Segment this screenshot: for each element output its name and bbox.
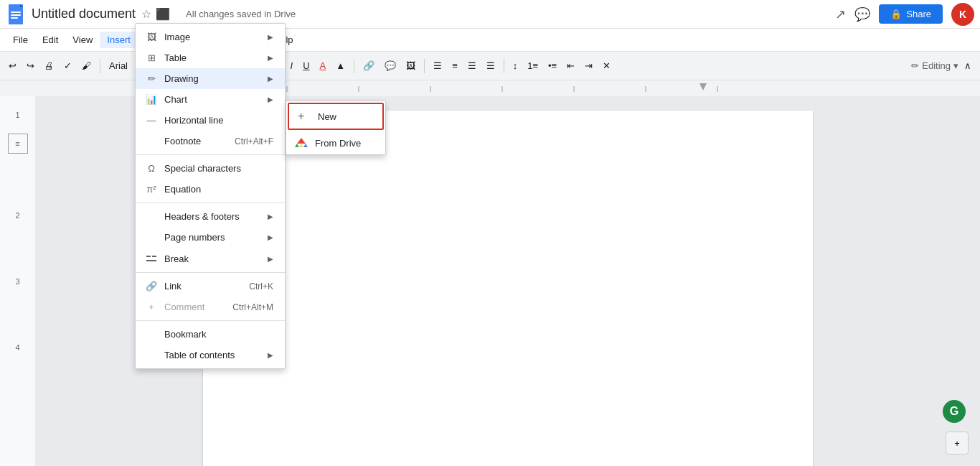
saved-status: All changes saved in Drive [186,9,296,19]
svg-rect-2 [11,14,21,16]
headers-footers-label: Headers & footers [164,211,265,222]
underline-button[interactable]: U [298,57,314,74]
header-right: ↗ 💬 🔒 Share K [835,3,974,26]
align-left-button[interactable]: ☰ [429,57,446,74]
menu-item-hline[interactable]: — Horizontal line [136,110,285,131]
menu-item-headers-footers[interactable]: Headers & footers ▶ [136,206,285,227]
left-panel: 1 ≡ 2 3 4 [0,96,36,466]
image-label: Image [164,32,265,42]
decrease-indent-button[interactable]: ⇤ [562,57,579,74]
comment-toolbar-button[interactable]: 💬 [380,57,400,74]
format-paint-button[interactable]: 🖌 [77,57,95,74]
table-label: Table [164,52,265,63]
align-center-button[interactable]: ≡ [448,57,462,74]
increase-indent-button[interactable]: ⇥ [580,57,597,74]
share-button[interactable]: 🔒 Share [879,4,943,24]
svg-marker-20 [303,144,308,147]
menu-section-1: 🖼 Image ▶ ⊞ Table ▶ ✏ Drawing ▶ 📊 Chart … [136,24,285,154]
chart-arrow: ▶ [268,95,273,103]
font-color-button[interactable]: A [316,57,331,74]
highlight-button[interactable]: ▲ [331,57,349,74]
menu-item-link[interactable]: 🔗 Link Ctrl+K [136,276,285,297]
menu-item-special-chars[interactable]: Ω Special characters [136,158,285,179]
svg-rect-3 [11,17,18,19]
menu-item-image[interactable]: 🖼 Image ▶ [136,27,285,47]
bookmark-label: Bookmark [164,329,273,340]
justify-button[interactable]: ☰ [482,57,499,74]
trending-icon[interactable]: ↗ [835,6,846,22]
menu-item-page-numbers[interactable]: Page numbers ▶ [136,227,285,248]
redo-button[interactable]: ↪ [22,57,39,74]
drawing-submenu: + New From Drive [286,101,386,155]
menu-file[interactable]: File [6,32,35,48]
drawing-arrow: ▶ [268,75,273,83]
svg-marker-19 [295,144,299,147]
user-avatar[interactable]: K [951,3,974,26]
svg-rect-17 [146,260,156,261]
image-toolbar-button[interactable]: 🖼 [402,57,420,74]
menu-item-toc[interactable]: Table of contents ▶ [136,345,285,365]
break-arrow: ▶ [268,255,273,263]
toolbar-sep-6 [504,59,504,73]
link-label: Link [164,281,249,292]
grammarly-button[interactable]: G [943,400,966,423]
break-svg [146,253,157,264]
drawing-label: Drawing [164,73,265,84]
table-arrow: ▶ [268,54,273,62]
drawing-submenu-from-drive[interactable]: From Drive [286,131,385,154]
pencil-icon: ✏ [911,60,919,71]
add-button[interactable]: + [946,432,969,455]
menu-item-comment: + Comment Ctrl+Alt+M [136,297,285,317]
menu-item-chart[interactable]: 📊 Chart ▶ [136,89,285,110]
plus-icon: + [298,110,312,123]
hline-icon: — [144,115,159,126]
menu-section-4: 🔗 Link Ctrl+K + Comment Ctrl+Alt+M [136,272,285,320]
menu-item-drawing[interactable]: ✏ Drawing ▶ [136,68,285,89]
doc-title[interactable]: Untitled document [32,6,136,22]
page-marker-3: 3 [15,277,19,286]
link-button[interactable]: 🔗 [359,57,379,74]
collapse-toolbar-button[interactable]: ∧ [960,57,976,74]
doc-page[interactable] [203,111,813,466]
spellcheck-button[interactable]: ✓ [60,57,76,74]
google-drive-icon [295,137,309,149]
menu-item-footnote[interactable]: Footnote Ctrl+Alt+F [136,131,285,152]
section-marker: ≡ [8,134,28,154]
table-icon: ⊞ [144,52,159,63]
line-spacing-button[interactable]: ↕ [509,57,522,74]
numbered-list-button[interactable]: 1≡ [523,57,542,74]
link-icon: 🔗 [144,281,159,292]
pi-icon: π² [144,184,159,195]
doc-icon [6,2,26,27]
footnote-shortcut: Ctrl+Alt+F [235,136,273,146]
editing-mode[interactable]: ✏ Editing ▾ [911,60,958,71]
svg-rect-1 [11,11,21,13]
bullet-list-button[interactable]: •≡ [544,57,561,74]
break-label: Break [164,253,265,264]
page-marker: 1 [15,111,19,119]
align-right-button[interactable]: ☰ [463,57,481,74]
italic-button[interactable]: I [286,57,298,74]
svg-marker-22 [299,144,303,147]
print-button[interactable]: 🖨 [40,57,58,74]
undo-button[interactable]: ↩ [4,57,21,74]
comment-icon[interactable]: 💬 [854,6,870,22]
drawing-submenu-new-wrapper: + New [288,103,384,130]
special-chars-label: Special characters [164,163,273,174]
page-numbers-arrow: ▶ [268,233,273,241]
menu-item-equation[interactable]: π² Equation [136,179,285,200]
menu-edit[interactable]: Edit [35,32,65,48]
hline-label: Horizontal line [164,115,273,126]
menu-item-table[interactable]: ⊞ Table ▶ [136,47,285,68]
image-icon: 🖼 [144,32,159,42]
menu-view[interactable]: View [65,32,100,48]
menu-insert[interactable]: Insert [100,32,138,48]
menu-item-break[interactable]: Break ▶ [136,248,285,269]
from-drive-label: From Drive [315,138,361,149]
menu-item-bookmark[interactable]: Bookmark [136,324,285,345]
editing-mode-label: Editing [922,60,951,71]
clear-format-button[interactable]: ✕ [598,57,615,74]
star-icon[interactable]: ☆ [141,7,151,21]
drawing-submenu-new[interactable]: + New [289,104,382,129]
page-marker-2: 2 [15,211,19,220]
